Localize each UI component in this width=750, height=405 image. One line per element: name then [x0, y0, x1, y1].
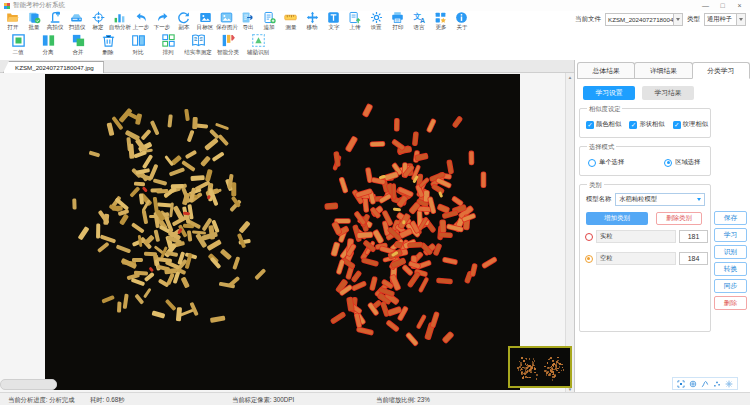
full-grain-cluster-seed — [233, 256, 241, 269]
full-grain-cluster-seed — [117, 302, 121, 313]
checkbox-color-similar[interactable]: 颜色相似 — [586, 120, 621, 129]
tab-classification-learning[interactable]: 分类学习 — [692, 62, 750, 79]
model-select[interactable]: 水稻籼粒模型 — [615, 193, 705, 206]
image-tab[interactable]: KZSM_20240727180047.jpg — [3, 61, 104, 73]
toolbar-button-auto-analyze[interactable]: 自动分析 — [109, 11, 130, 31]
minimap-dot — [535, 372, 537, 374]
toolbar-button-about[interactable]: 关于 — [451, 11, 472, 31]
minimap-dot — [529, 377, 531, 379]
red-ring-marker-icon[interactable] — [585, 233, 593, 241]
chevron-down-icon — [736, 14, 745, 25]
learning-results-button[interactable]: 学习结果 — [642, 86, 694, 100]
minimap-dot — [550, 357, 552, 359]
learn-button[interactable]: 学习 — [714, 228, 747, 242]
delete-button[interactable]: 删除 — [714, 296, 747, 310]
seed-type-select[interactable]: 通用种子 — [704, 13, 746, 26]
checkbox-checked-icon — [586, 121, 594, 129]
toolbar-button-assist-recognize[interactable]: 辅助识别 — [243, 32, 273, 56]
toolbar-button-smart-classify[interactable]: 智能分类 — [213, 32, 243, 56]
fit-screen-icon[interactable] — [677, 380, 685, 388]
sync-button[interactable]: 同步 — [714, 279, 747, 293]
pan-icon[interactable] — [689, 380, 697, 388]
minimap-dot — [550, 370, 552, 372]
delete-category-button[interactable]: 删除类别 — [656, 212, 702, 225]
toolbar-button-batch[interactable]: 批量 — [23, 11, 44, 31]
minimap-dot — [527, 377, 529, 379]
checkbox-checked-icon — [673, 121, 681, 129]
full-grain-cluster-seed — [78, 226, 89, 240]
toolbar-button-arrange[interactable]: 排列 — [153, 32, 183, 56]
scroll-up-icon[interactable] — [568, 73, 572, 80]
horizontal-scrollbar-thumb[interactable] — [0, 379, 57, 390]
empty-grain-cluster-seed — [438, 205, 450, 214]
toolbar-button-settings[interactable]: 设置 — [366, 11, 387, 31]
toolbar-button-delete[interactable]: 删除 — [93, 32, 123, 56]
settings-icon — [370, 11, 383, 24]
toolbar-button-target-area[interactable]: 目标区 — [195, 11, 216, 31]
toolbar-button-save-image[interactable]: 保存图片 — [216, 11, 237, 31]
category-row-empty-grain: 空粒 184 — [585, 252, 708, 265]
full-grain-cluster-seed — [72, 198, 76, 209]
toolbar-button-label: 导出 — [242, 24, 253, 30]
vertical-scrollbar[interactable] — [565, 73, 574, 392]
full-grain-cluster-seed — [220, 248, 232, 260]
category-name-field[interactable]: 实粒 — [596, 230, 676, 243]
toolbar-button-language[interactable]: 文A语言 — [408, 11, 429, 31]
save-button[interactable]: 保存 — [714, 211, 747, 225]
toolbar-button-text[interactable]: 文字 — [323, 11, 344, 31]
curve-icon[interactable] — [701, 380, 709, 388]
toolbar-button-export[interactable]: 导出 — [237, 11, 258, 31]
minimap[interactable] — [508, 346, 572, 388]
empty-grain-cluster-seed — [371, 277, 378, 291]
minimize-button[interactable]: — — [697, 0, 714, 11]
tab-overall-results[interactable]: 总体结果 — [577, 62, 635, 78]
checkbox-shape-similar[interactable]: 形状相似 — [629, 120, 664, 129]
tab-detailed-results[interactable]: 详细结果 — [634, 62, 692, 78]
empty-grain-cluster-seed — [409, 261, 421, 268]
toolbar-button-move[interactable]: 移动 — [301, 11, 322, 31]
close-button[interactable]: × — [731, 0, 748, 11]
minimap-dot — [522, 367, 524, 369]
toolbar-button-binary[interactable]: 二值 — [3, 32, 33, 56]
specimen-image[interactable] — [45, 74, 520, 390]
category-name-field[interactable]: 空粒 — [596, 252, 676, 265]
maximize-button[interactable]: □ — [714, 0, 731, 11]
add-category-button[interactable]: 增加类别 — [586, 212, 648, 225]
full-grain-cluster-seed — [154, 230, 160, 243]
recognize-button[interactable]: 识别 — [714, 245, 747, 259]
toolbar-button-label: 测量 — [285, 24, 296, 30]
toolbar-button-upload[interactable]: 上传 — [344, 11, 365, 31]
toolbar-button-open[interactable]: 打开 — [2, 11, 23, 31]
checkbox-texture-similar[interactable]: 纹理相似 — [673, 120, 708, 129]
full-grain-cluster-seed — [209, 316, 225, 323]
toolbar-button-calibrate[interactable]: 标定 — [88, 11, 109, 31]
toolbar-button-doc-camera[interactable]: 高拍仪 — [45, 11, 66, 31]
toolbar-button-next-step[interactable]: 下一步 — [152, 11, 173, 31]
toolbar-button-print[interactable]: 打印 — [387, 11, 408, 31]
toolbar-button-label: 结实率测定 — [184, 49, 212, 55]
current-file-value: KZSM_20240727180047 — [606, 16, 673, 23]
app-title: 智能考种分析系统 — [13, 1, 65, 10]
toolbar-button-label: 打开 — [7, 24, 18, 30]
toolbar-button-merge[interactable]: 合并 — [63, 32, 93, 56]
points-icon[interactable] — [713, 380, 721, 388]
radio-region-select[interactable]: 区域选择 — [664, 158, 700, 167]
toolbar-button-separate[interactable]: 分离 — [33, 32, 63, 56]
radio-single-select[interactable]: 单个选择 — [588, 158, 624, 167]
merge-icon — [71, 32, 86, 49]
toolbar-button-more[interactable]: 更多 — [430, 11, 451, 31]
toolbar-button-copy[interactable]: 副本 — [173, 11, 194, 31]
chevron-down-icon — [697, 198, 701, 201]
view-settings-icon[interactable] — [725, 380, 733, 388]
learning-settings-button[interactable]: 学习设置 — [583, 86, 635, 100]
toolbar-button-append[interactable]: 追加 — [259, 11, 280, 31]
toolbar-button-compare[interactable]: 对比 — [123, 32, 153, 56]
toolbar-button-scanner[interactable]: 扫描仪 — [66, 11, 87, 31]
toolbar-button-measure[interactable]: 测量 — [280, 11, 301, 31]
toolbar-button-seed-rate[interactable]: 结实率测定 — [183, 32, 213, 56]
current-file-select[interactable]: KZSM_20240727180047 — [605, 13, 683, 26]
category-group: 类别 模型名称 水稻籼粒模型 增加类别 删除类别 实粒 181 — [579, 184, 711, 332]
toolbar-button-prev-step[interactable]: 上一步 — [130, 11, 151, 31]
convert-button[interactable]: 转换 — [714, 262, 747, 276]
orange-dot-marker-icon[interactable] — [585, 255, 593, 263]
